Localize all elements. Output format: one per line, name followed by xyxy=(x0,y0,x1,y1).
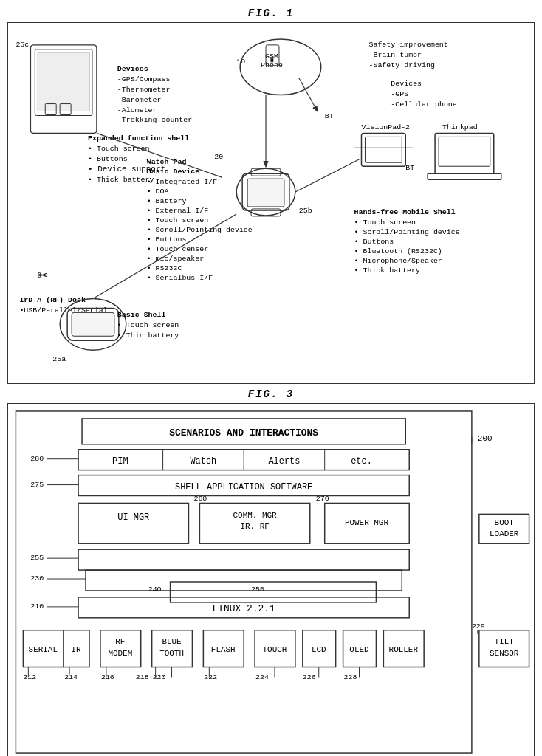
safety-brain: -Brain tumor xyxy=(368,51,422,59)
ref220: 220 xyxy=(153,673,166,681)
power-mgr-label: POWER MGR xyxy=(345,518,389,527)
svg-rect-11 xyxy=(247,179,284,207)
svg-rect-3 xyxy=(365,137,402,162)
wp-scroll: • Scroll/Pointing device xyxy=(147,226,253,234)
svg-rect-5 xyxy=(439,137,490,166)
svg-rect-16 xyxy=(38,52,89,111)
ref25b: 25b xyxy=(299,207,312,215)
ui-mgr-label: UI MGR xyxy=(117,512,149,523)
ref240: 240 xyxy=(148,585,162,594)
ref250: 250 xyxy=(251,585,264,594)
dl-thermo: -Thermometer xyxy=(117,86,171,94)
hf-bt: • Bluetooth (RS232C) xyxy=(354,247,442,255)
bt1-label: BT xyxy=(325,112,334,120)
ref216: 216 xyxy=(101,673,114,681)
ird-label: IrD A (RF) Dock xyxy=(19,296,85,304)
devices-gps: -GPS xyxy=(391,90,408,98)
touch-label: TOUCH xyxy=(263,645,287,654)
rf-modem-label2: MODEM xyxy=(108,649,132,658)
visionpad-label: VisionPad-2 xyxy=(361,123,410,131)
wp-doa: • DOA xyxy=(147,188,169,196)
dl-alometer: -Alometer xyxy=(117,106,157,114)
ref20: 20 xyxy=(214,153,223,161)
svg-rect-4 xyxy=(435,133,494,173)
ir-label: IR xyxy=(72,645,82,654)
serial-label: SERIAL xyxy=(29,645,58,654)
dl-gps: -GPS/Compass xyxy=(117,75,171,83)
devices-right-label: Devices xyxy=(391,80,422,88)
fig1-title: FIG. 1 xyxy=(7,7,535,19)
ref280: 280 xyxy=(30,455,44,463)
ref226: 226 xyxy=(303,673,316,681)
boot-loader-label: BOOT xyxy=(495,518,515,527)
ref229: 229 xyxy=(472,622,485,630)
hf-touch: • Touch screen xyxy=(354,219,416,227)
rf-modem-label: RF xyxy=(115,637,125,646)
hf-mic: • Microphone/Speaker xyxy=(354,257,442,265)
flash-label: FLASH xyxy=(211,645,236,654)
pim-label: PIM xyxy=(112,456,128,467)
bt2-label: BT xyxy=(405,164,414,172)
exp-battery: • Thick battery xyxy=(88,176,154,184)
dl-baro: -Barometer xyxy=(117,96,162,104)
wp-battery: • Battery xyxy=(147,197,187,205)
safety-text: Safety improvement xyxy=(368,41,447,49)
roller-label: ROLLER xyxy=(389,645,419,654)
svg-rect-43 xyxy=(86,570,402,591)
ref260: 260 xyxy=(193,495,207,503)
wp-rs232: • RS232C xyxy=(147,264,182,272)
devices-cell: -Cellular phone xyxy=(391,100,456,109)
svg-rect-41 xyxy=(78,549,409,570)
ref218: 218 xyxy=(136,673,149,681)
linux-label: LINUX 2.2.1 xyxy=(212,603,275,614)
etc-label: etc. xyxy=(351,456,372,467)
wp-buttons: • Buttons xyxy=(147,236,187,244)
ref25a: 25a xyxy=(52,355,66,363)
basic-shell-title: Basic Shell xyxy=(117,311,166,319)
fig3-title: FIG. 3 xyxy=(7,388,535,400)
thinkpad-label: Thinkpad xyxy=(442,123,478,131)
ref228: 228 xyxy=(344,673,357,681)
fig1-svg: GSM Phone 📱 10 Safety improvement -Brain… xyxy=(8,23,534,383)
scissors-icon: ✂ xyxy=(38,267,47,286)
hf-battery: • Thick battery xyxy=(354,267,420,275)
wp-touch: • Touch screen xyxy=(147,216,209,224)
ref212: 212 xyxy=(23,673,36,681)
svg-rect-6 xyxy=(428,173,501,179)
shell-app-label: SHELL APPLICATION SOFTWARE xyxy=(175,482,312,492)
exp-device: • Device support xyxy=(88,165,165,173)
ref230: 230 xyxy=(30,574,44,583)
bs-touch: • Touch screen xyxy=(117,321,179,329)
tilt-sensor-label2: SENSOR xyxy=(490,649,519,658)
svg-line-23 xyxy=(295,159,360,192)
wp-if: • Integrated I/F xyxy=(147,178,217,186)
svg-rect-21 xyxy=(72,312,114,336)
alerts-label: Alerts xyxy=(268,456,300,467)
ref255: 255 xyxy=(30,554,44,562)
boot-loader-label2: LOADER xyxy=(490,529,519,538)
scenarios-label: SCENARIOS AND INTERACTIONS xyxy=(169,427,318,439)
ref222: 222 xyxy=(204,673,217,681)
svg-rect-44 xyxy=(171,582,377,602)
hf-buttons: • Buttons xyxy=(354,238,394,246)
ref10: 10 xyxy=(236,58,245,66)
ref210: 210 xyxy=(30,602,44,611)
fig1-diagram: GSM Phone 📱 10 Safety improvement -Brain… xyxy=(7,22,535,384)
handsfree-title: Hands-free Mobile Shell xyxy=(354,208,456,216)
safety-driving: -Safety driving xyxy=(368,61,434,69)
bs-battery: • Thin battery xyxy=(117,331,179,340)
ir-rf-label: IR. RF xyxy=(240,522,269,531)
wp-serial: • Serialbus I/F xyxy=(147,274,213,282)
comm-mgr-label: COMM. MGR xyxy=(233,511,278,520)
hf-scroll: • Scroll/Pointing device xyxy=(354,228,460,236)
ref270: 270 xyxy=(316,495,329,503)
phone-icon: 📱 xyxy=(269,56,275,63)
wp-extif: • External I/F xyxy=(147,207,209,215)
fig3-svg: 200 SCENARIOS AND INTERACTIONS 280 PIM W… xyxy=(8,404,534,756)
ref25c: 25c xyxy=(16,41,29,49)
ref275: 275 xyxy=(30,481,44,489)
fig3-diagram: 200 SCENARIOS AND INTERACTIONS 280 PIM W… xyxy=(7,403,535,756)
watch-label: Watch xyxy=(190,456,216,467)
devices-left-label: Devices xyxy=(117,65,148,73)
svg-rect-2 xyxy=(361,133,405,166)
